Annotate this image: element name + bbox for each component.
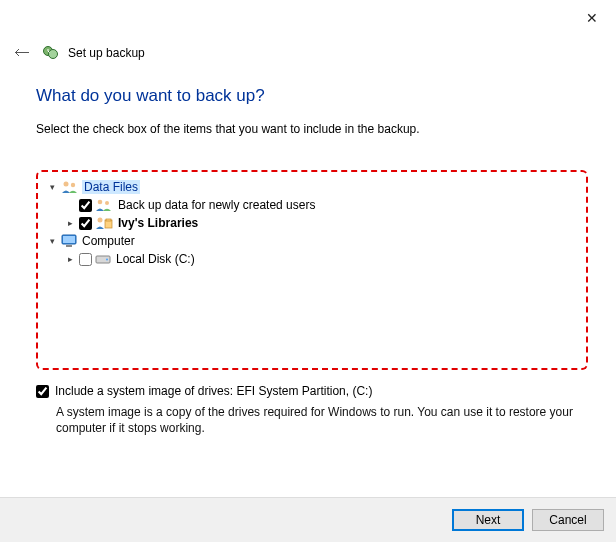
svg-point-2	[64, 182, 69, 187]
users-icon	[61, 180, 79, 194]
system-image-description: A system image is a copy of the drives r…	[56, 404, 582, 436]
svg-rect-10	[63, 236, 75, 243]
tree-label: Local Disk (C:)	[114, 252, 197, 266]
checkbox-local-disk-c[interactable]	[79, 253, 92, 266]
backup-icon	[42, 44, 60, 62]
svg-point-13	[106, 259, 108, 261]
tree-label: Ivy's Libraries	[116, 216, 200, 230]
chevron-down-icon[interactable]: ▾	[46, 182, 58, 192]
tree-node-computer[interactable]: ▾ Computer	[46, 232, 578, 250]
back-button[interactable]: 🡐	[10, 42, 34, 64]
tree-node-data-files[interactable]: ▾ Data Files	[46, 178, 578, 196]
svg-rect-11	[66, 245, 72, 247]
page-subtext: Select the check box of the items that y…	[36, 122, 588, 136]
close-button[interactable]: ✕	[578, 6, 606, 30]
wizard-title: Set up backup	[68, 46, 145, 60]
user-libraries-icon	[95, 216, 113, 230]
backup-items-tree: ▾ Data Files ▸	[36, 170, 588, 370]
svg-point-4	[98, 200, 103, 205]
wizard-footer: Next Cancel	[0, 497, 616, 542]
checkbox-system-image[interactable]	[36, 385, 49, 398]
tree-node-ivy-libraries[interactable]: ▸ Ivy's Libraries	[46, 214, 578, 232]
tree-label: Back up data for newly created users	[116, 198, 317, 212]
cancel-button[interactable]: Cancel	[532, 509, 604, 531]
chevron-right-icon[interactable]: ▸	[64, 218, 76, 228]
checkbox-ivy-libraries[interactable]	[79, 217, 92, 230]
chevron-right-icon[interactable]: ▸	[64, 254, 76, 264]
page-heading: What do you want to back up?	[36, 86, 588, 106]
wizard-header: 🡐 Set up backup	[10, 42, 145, 64]
svg-point-1	[49, 50, 58, 59]
svg-rect-8	[106, 219, 111, 221]
tree-node-local-disk-c[interactable]: ▸ Local Disk (C:)	[46, 250, 578, 268]
computer-icon	[61, 234, 77, 248]
svg-point-3	[71, 183, 75, 187]
users-icon	[95, 198, 113, 212]
checkbox-new-users[interactable]	[79, 199, 92, 212]
svg-point-6	[98, 218, 103, 223]
system-image-label: Include a system image of drives: EFI Sy…	[55, 384, 372, 398]
chevron-down-icon[interactable]: ▾	[46, 236, 58, 246]
tree-label: Data Files	[82, 180, 140, 194]
next-button[interactable]: Next	[452, 509, 524, 531]
tree-label: Computer	[80, 234, 137, 248]
svg-point-5	[105, 201, 109, 205]
tree-node-new-users[interactable]: ▸ Back up data for newly created users	[46, 196, 578, 214]
drive-icon	[95, 253, 111, 265]
